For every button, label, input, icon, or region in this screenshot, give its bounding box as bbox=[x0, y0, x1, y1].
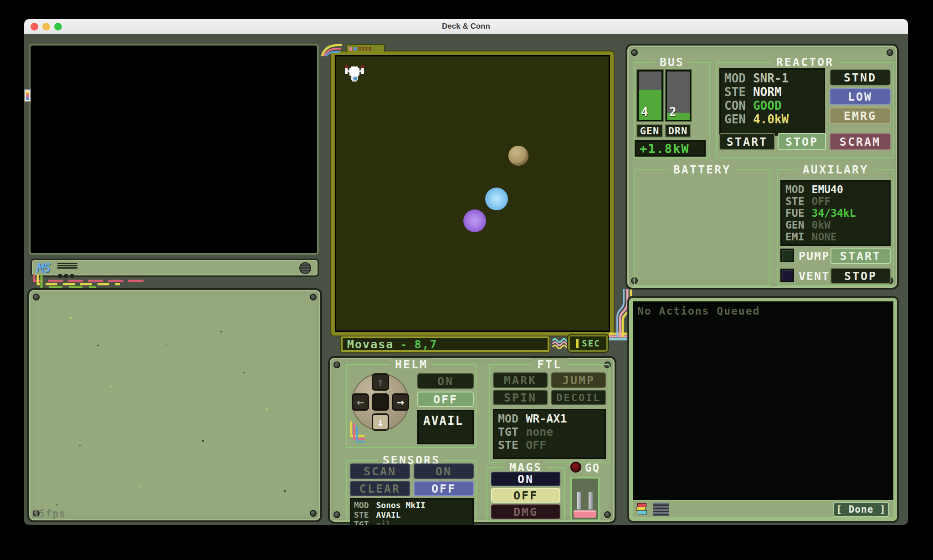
planet-purple[interactable] bbox=[463, 209, 486, 232]
reactor-mod-value: SNR-1 bbox=[753, 71, 789, 85]
battery-section: BATTERY bbox=[634, 169, 770, 286]
tab-pink-pixel-icon bbox=[349, 47, 352, 51]
aux-ste-label: STE bbox=[785, 195, 805, 207]
ftl-decoil-button[interactable]: DECOIL bbox=[551, 390, 606, 405]
empty-console-panel: 35fps bbox=[27, 288, 322, 522]
space-viewport[interactable]: GOTO. bbox=[331, 51, 614, 336]
layers-icon bbox=[636, 503, 650, 517]
sec-label: SEC bbox=[582, 338, 600, 348]
sensors-scan-button[interactable]: SCAN bbox=[350, 463, 410, 479]
vent-checkbox[interactable] bbox=[780, 269, 794, 282]
sensors-tgt-label: TGT bbox=[354, 519, 369, 525]
window-title: Deck & Conn bbox=[24, 22, 908, 31]
reactor-info-readout: MODSNR-1 STENORM CONGOOD GEN4.0kW bbox=[719, 68, 825, 136]
sensors-mod-value: Sonos MkII bbox=[376, 500, 425, 510]
aux-mod-value: EMU40 bbox=[812, 183, 843, 195]
gq-label: GQ bbox=[585, 462, 600, 474]
sensors-ste-value: AVAIL bbox=[376, 510, 401, 519]
aux-fue-value: 34/34kL bbox=[812, 207, 856, 219]
dpad-left-button[interactable]: ← bbox=[352, 393, 369, 411]
goto-tab[interactable]: GOTO. bbox=[346, 44, 385, 52]
queue-list-icon bbox=[653, 503, 669, 516]
planet-blue[interactable] bbox=[485, 188, 508, 210]
goto-tab-label: GOTO. bbox=[358, 46, 375, 52]
sensors-ste-label: STE bbox=[354, 510, 369, 519]
magazine-slot[interactable] bbox=[570, 477, 600, 521]
sec-button[interactable]: SEC bbox=[568, 335, 608, 352]
coords-dash: - bbox=[400, 338, 408, 351]
pump-checkbox[interactable] bbox=[780, 249, 794, 262]
ftl-jump-button[interactable]: JUMP bbox=[551, 372, 606, 388]
screw-icon bbox=[333, 511, 340, 518]
mags-off-button[interactable]: OFF bbox=[491, 488, 560, 503]
queue-toolbar: [ Done ] bbox=[633, 501, 893, 517]
reactor-con-value: GOOD bbox=[753, 99, 782, 112]
reactor-start-button[interactable]: START bbox=[719, 133, 775, 150]
sensors-clear-button[interactable]: CLEAR bbox=[350, 481, 410, 496]
auxilary-info-readout: MODEMU40 STEOFF FUE34/34kL GEN0kW EMINON… bbox=[780, 180, 891, 246]
dpad-right-button[interactable]: → bbox=[392, 393, 409, 411]
reactor-low-button[interactable]: LOW bbox=[830, 88, 891, 105]
reactor-stop-button[interactable]: STOP bbox=[778, 133, 826, 150]
pump-label: PUMP bbox=[799, 249, 830, 263]
bus-net-power-readout: +1.8kW bbox=[635, 140, 706, 157]
ftl-tgt-value: none bbox=[526, 425, 553, 438]
player-ship-sprite[interactable] bbox=[345, 65, 364, 83]
ftl-tgt-label: TGT bbox=[498, 425, 518, 438]
done-button[interactable]: [ Done ] bbox=[833, 502, 889, 517]
game-content: M5 35fps GOTO. bbox=[24, 34, 908, 525]
sensors-tgt-value: nil bbox=[376, 519, 391, 525]
reactor-ste-value: NORM bbox=[753, 85, 782, 99]
vent-stop-button[interactable]: STOP bbox=[830, 268, 891, 284]
aux-gen-value: 0kW bbox=[812, 219, 831, 231]
reactor-con-label: CON bbox=[724, 99, 746, 112]
fps-counter: 35fps bbox=[32, 508, 66, 519]
reactor-emrg-button[interactable]: EMRG bbox=[830, 107, 891, 124]
helm-off-button[interactable]: OFF bbox=[417, 392, 474, 407]
planet-tan[interactable] bbox=[508, 146, 528, 166]
reactor-gen-value: 4.0kW bbox=[753, 112, 789, 126]
mags-dmg-button[interactable]: DMG bbox=[491, 504, 560, 519]
pump-start-button[interactable]: START bbox=[830, 248, 891, 264]
aux-emi-label: EMI bbox=[785, 231, 805, 243]
nav-screen bbox=[29, 44, 319, 255]
helm-status-readout: AVAIL bbox=[417, 410, 474, 444]
titlebar: Deck & Conn bbox=[24, 19, 908, 34]
magazine-item bbox=[574, 510, 596, 518]
reactor-stnd-button[interactable]: STND bbox=[830, 69, 891, 86]
knob-icon[interactable] bbox=[299, 262, 311, 274]
screw-icon bbox=[631, 49, 638, 56]
ftl-mod-value: WR-AX1 bbox=[526, 412, 567, 425]
aux-gen-label: GEN bbox=[785, 219, 805, 231]
ftl-spin-button[interactable]: SPIN bbox=[493, 390, 548, 405]
aux-ste-value: OFF bbox=[812, 195, 831, 207]
bus-gen-meter: 4 bbox=[637, 70, 663, 121]
helm-dpad: ↑ ← → ↓ bbox=[353, 374, 408, 430]
screw-icon bbox=[887, 49, 893, 56]
bus-gen-label: GEN bbox=[636, 124, 663, 137]
sec-indicator-bar bbox=[576, 339, 579, 348]
aux-emi-value: NONE bbox=[812, 231, 837, 243]
ftl-ste-value: OFF bbox=[526, 438, 546, 452]
reactor-ste-label: STE bbox=[724, 85, 746, 99]
sensors-on-button[interactable]: ON bbox=[414, 463, 474, 479]
dpad-down-button[interactable]: ↓ bbox=[372, 413, 389, 431]
vent-label: VENT bbox=[799, 270, 830, 283]
reactor-scram-button[interactable]: SCRAM bbox=[830, 133, 891, 150]
dpad-up-button[interactable]: ↑ bbox=[372, 373, 389, 391]
power-panel: BUS 4 2 GEN DRN +1.8kW REACTOR MODSNR-1 … bbox=[625, 44, 899, 290]
action-queue-list[interactable]: No Actions Queued bbox=[633, 301, 893, 500]
ftl-ste-label: STE bbox=[498, 438, 518, 452]
reactor-title: REACTOR bbox=[771, 56, 839, 69]
sensors-off-button[interactable]: OFF bbox=[414, 481, 474, 496]
helm-on-button[interactable]: ON bbox=[417, 373, 474, 389]
helm-ftl-panel: HELM ↑ ← → ↓ ON OFF AVAIL FTL MARK bbox=[328, 356, 616, 524]
dpad-center-button[interactable] bbox=[372, 393, 389, 411]
ftl-mark-button[interactable]: MARK bbox=[493, 372, 548, 388]
screw-icon bbox=[310, 510, 317, 517]
mags-on-button[interactable]: ON bbox=[491, 472, 560, 486]
queue-empty-message: No Actions Queued bbox=[637, 305, 760, 317]
gq-status-light bbox=[570, 462, 581, 473]
m5-logo-icon: M5 bbox=[36, 261, 50, 276]
action-queue-panel: No Actions Queued [ Done ] bbox=[627, 296, 899, 523]
